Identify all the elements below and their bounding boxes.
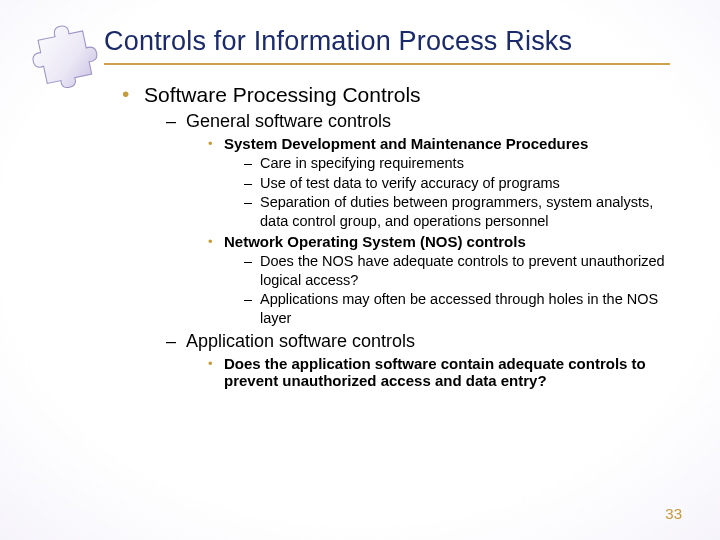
bullet-text: Software Processing Controls bbox=[144, 83, 421, 106]
list-item: System Development and Maintenance Proce… bbox=[208, 135, 670, 230]
page-title: Controls for Information Process Risks bbox=[104, 26, 670, 65]
bullet-text: Separation of duties between programmers… bbox=[260, 194, 653, 229]
list-item: General software controls System Develop… bbox=[166, 111, 670, 327]
page-number: 33 bbox=[665, 505, 682, 522]
bullet-text: Applications may often be accessed throu… bbox=[260, 291, 658, 326]
slide: Controls for Information Process Risks S… bbox=[0, 0, 720, 540]
list-item: Software Processing Controls General sof… bbox=[122, 83, 670, 389]
list-item: Application software controls Does the a… bbox=[166, 331, 670, 389]
bullet-text: Does the application software contain ad… bbox=[224, 355, 646, 389]
bullet-text: System Development and Maintenance Proce… bbox=[224, 135, 588, 152]
bullet-list: Software Processing Controls General sof… bbox=[110, 83, 670, 389]
bullet-text: Use of test data to verify accuracy of p… bbox=[260, 175, 560, 191]
list-item: Care in specifying requirements bbox=[244, 154, 670, 173]
list-item: Separation of duties between programmers… bbox=[244, 193, 670, 230]
bullet-text: Care in specifying requirements bbox=[260, 155, 464, 171]
bullet-text: Application software controls bbox=[186, 331, 415, 351]
list-item: Network Operating System (NOS) controls … bbox=[208, 233, 670, 327]
list-item: Applications may often be accessed throu… bbox=[244, 290, 670, 327]
list-item: Does the application software contain ad… bbox=[208, 355, 670, 389]
bullet-text: General software controls bbox=[186, 111, 391, 131]
bullet-text: Does the NOS have adequate controls to p… bbox=[260, 253, 665, 288]
list-item: Does the NOS have adequate controls to p… bbox=[244, 252, 670, 289]
list-item: Use of test data to verify accuracy of p… bbox=[244, 174, 670, 193]
bullet-text: Network Operating System (NOS) controls bbox=[224, 233, 526, 250]
